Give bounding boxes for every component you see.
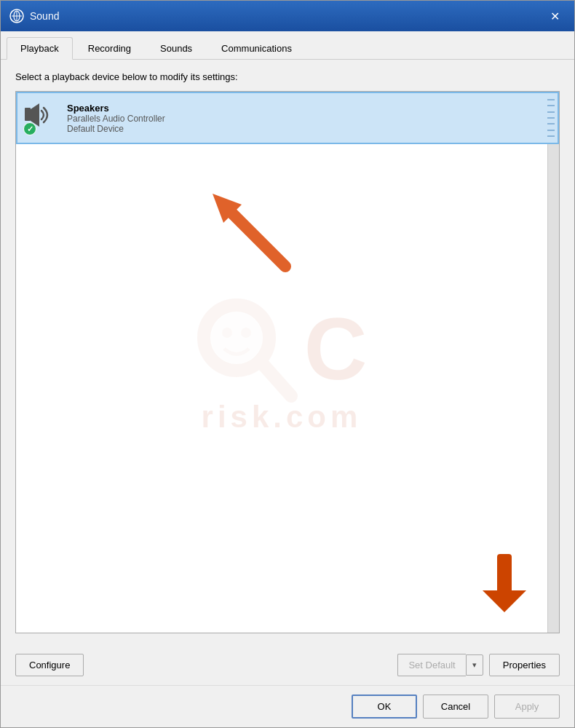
svg-line-8	[262, 363, 291, 396]
device-controller: Parallels Audio Controller	[67, 114, 552, 124]
ok-button[interactable]: OK	[352, 695, 417, 719]
tab-communications[interactable]: Communications	[207, 37, 306, 59]
svg-rect-9	[25, 108, 31, 121]
device-status: Default Device	[67, 124, 552, 134]
tab-sounds[interactable]: Sounds	[146, 37, 206, 59]
set-default-button[interactable]: Set Default	[397, 654, 465, 676]
device-name: Speakers	[67, 103, 552, 114]
set-default-dropdown-button[interactable]: ▾	[466, 654, 483, 676]
sound-icon	[9, 9, 24, 23]
default-device-badge	[23, 122, 36, 135]
svg-marker-11	[213, 194, 242, 223]
tabs-bar: Playback Recording Sounds Communications	[1, 31, 574, 60]
title-bar: Sound ✕	[1, 1, 574, 31]
configure-button[interactable]: Configure	[15, 654, 84, 676]
tab-recording[interactable]: Recording	[74, 37, 145, 59]
item-scrollbar-indicator	[546, 96, 556, 140]
svg-point-6	[222, 328, 232, 338]
content-area: Select a playback device below to modify…	[1, 60, 574, 645]
upper-orange-arrow	[205, 186, 300, 276]
dialog-footer: OK Cancel Apply	[1, 685, 574, 727]
properties-button[interactable]: Properties	[489, 654, 560, 676]
svg-point-5	[211, 312, 262, 363]
watermark: C risk.com	[16, 92, 547, 633]
tab-playback[interactable]: Playback	[7, 37, 73, 60]
sound-dialog: Sound ✕ Playback Recording Sounds Commun…	[0, 0, 575, 728]
window-title: Sound	[30, 10, 544, 22]
device-info-speakers: Speakers Parallels Audio Controller Defa…	[67, 103, 552, 134]
device-list-container: C risk.com	[15, 91, 560, 633]
svg-point-7	[241, 328, 251, 338]
instruction-text: Select a playback device below to modify…	[15, 71, 560, 82]
device-list[interactable]: C risk.com	[16, 92, 559, 633]
cancel-button[interactable]: Cancel	[423, 695, 488, 719]
device-list-scrollbar[interactable]	[547, 92, 559, 633]
svg-point-4	[204, 305, 269, 371]
bottom-action-buttons: Configure Set Default ▾ Properties	[1, 645, 574, 685]
set-default-group: Set Default ▾	[397, 654, 483, 676]
device-icon-speakers	[23, 100, 58, 135]
device-item-speakers[interactable]: Speakers Parallels Audio Controller Defa…	[16, 92, 559, 144]
apply-button[interactable]: Apply	[494, 695, 560, 719]
close-button[interactable]: ✕	[544, 5, 566, 27]
